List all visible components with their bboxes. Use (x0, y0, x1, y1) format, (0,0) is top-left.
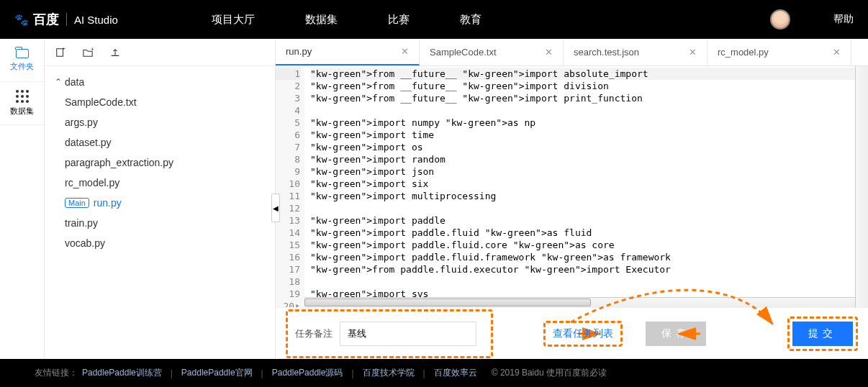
annotation-remark-box: 任务备注 (286, 309, 493, 358)
top-header: 🐾 百度 AI Studio 项目大厅 数据集 比赛 教育 帮助 (0, 0, 868, 39)
footer-copyright: © 2019 Baidu 使用百度前必读 (492, 367, 607, 379)
caret-icon: ⌃ (55, 77, 65, 87)
svg-text:+: + (91, 47, 94, 52)
collapse-handle-icon[interactable]: ◀ (271, 194, 280, 222)
header-right: 帮助 (770, 9, 854, 29)
submit-button[interactable]: 提交 (792, 322, 853, 346)
nav-contests[interactable]: 比赛 (388, 13, 410, 27)
file-toolbar: + + (45, 39, 275, 66)
tree-file[interactable]: rc_model.py (48, 173, 272, 193)
dataset-icon (16, 90, 29, 103)
footer-link[interactable]: PaddlePaddle训练营 (82, 367, 162, 379)
scroll-thumb[interactable] (304, 299, 591, 306)
save-button[interactable]: 保存 (646, 322, 706, 346)
tab-samplecode[interactable]: SampleCode.txt✕ (420, 39, 564, 65)
tree-folder-data[interactable]: ⌃ data (48, 72, 272, 92)
rail-dataset-label: 数据集 (10, 106, 34, 117)
logo-divider (66, 13, 67, 26)
annotation-task-box: 查看任务列表 (543, 321, 623, 347)
paw-icon: 🐾 (14, 13, 29, 27)
tree-file[interactable]: args.py (48, 112, 272, 132)
main-badge: Main (65, 198, 89, 208)
help-link[interactable]: 帮助 (833, 13, 854, 26)
close-icon[interactable]: ✕ (545, 47, 553, 58)
new-folder-icon[interactable]: + (82, 47, 94, 58)
upload-icon[interactable] (109, 47, 121, 58)
avatar[interactable] (770, 9, 790, 29)
horizontal-scrollbar[interactable] (304, 297, 855, 307)
remark-group: 任务备注 (295, 322, 476, 346)
remark-label: 任务备注 (295, 327, 333, 340)
bottom-bar: 任务备注 查看任务列表 保存 提交 (276, 307, 868, 359)
tree-file[interactable]: paragraph_extraction.py (48, 152, 272, 173)
editor-area: ◀ run.py✕ SampleCode.txt✕ search.test.js… (275, 39, 868, 359)
main-nav: 项目大厅 数据集 比赛 教育 (212, 13, 482, 27)
file-tree: ⌃ data SampleCode.txt args.py dataset.py… (45, 66, 275, 359)
remark-input[interactable] (340, 322, 476, 346)
nav-datasets[interactable]: 数据集 (305, 13, 338, 27)
file-panel: + + ⌃ data SampleCode.txt args.py datase… (45, 39, 275, 359)
nav-projects[interactable]: 项目大厅 (212, 13, 255, 27)
code-editor[interactable]: 1234567891011121314151617181920‣21222324… (276, 66, 868, 307)
line-gutter: 1234567891011121314151617181920‣21222324 (276, 66, 304, 307)
tab-rcmodel[interactable]: rc_model.py✕ (707, 39, 851, 65)
nav-education[interactable]: 教育 (460, 13, 482, 27)
close-icon[interactable]: ✕ (401, 46, 409, 57)
footer-link[interactable]: PaddlePaddle官网 (181, 367, 253, 379)
code-body[interactable]: "kw-green">from __future__ "kw-green">im… (304, 66, 868, 307)
rail-files-label: 文件夹 (10, 61, 34, 72)
footer-label: 友情链接： (35, 367, 78, 379)
left-rail: 文件夹 数据集 (0, 39, 45, 359)
tab-run[interactable]: run.py✕ (276, 39, 420, 65)
baidu-logo: 🐾 百度 (14, 11, 59, 28)
task-list-link[interactable]: 查看任务列表 (553, 327, 613, 339)
annotation-submit-box: 提交 (787, 317, 858, 351)
svg-text:+: + (63, 47, 65, 51)
footer-link[interactable]: PaddlePaddle源码 (272, 367, 343, 379)
tree-file[interactable]: vocab.py (48, 233, 272, 253)
footer-link[interactable]: 百度技术学院 (363, 367, 415, 379)
tree-file[interactable]: train.py (48, 213, 272, 233)
rail-files[interactable]: 文件夹 (0, 39, 44, 82)
tree-file-main[interactable]: Mainrun.py (48, 193, 272, 213)
folder-icon (16, 49, 29, 58)
footer-link[interactable]: 百度效率云 (434, 367, 477, 379)
tree-folder-label: data (65, 76, 84, 88)
studio-label: AI Studio (74, 14, 118, 26)
close-icon[interactable]: ✕ (833, 47, 841, 58)
vertical-scrollbar[interactable] (855, 66, 868, 307)
main-area: 文件夹 数据集 + + ⌃ data SampleCode.txt args.p… (0, 39, 868, 359)
footer: 友情链接： PaddlePaddle训练营| PaddlePaddle官网| P… (0, 359, 868, 387)
close-icon[interactable]: ✕ (689, 47, 697, 58)
tree-file[interactable]: SampleCode.txt (48, 92, 272, 112)
tab-search-json[interactable]: search.test.json✕ (564, 39, 707, 65)
brand-text: 百度 (33, 11, 59, 28)
new-file-icon[interactable]: + (55, 47, 66, 58)
rail-dataset[interactable]: 数据集 (0, 82, 44, 125)
logo-area[interactable]: 🐾 百度 AI Studio (14, 11, 118, 28)
tree-file[interactable]: dataset.py (48, 132, 272, 152)
editor-tabs: run.py✕ SampleCode.txt✕ search.test.json… (276, 39, 868, 66)
